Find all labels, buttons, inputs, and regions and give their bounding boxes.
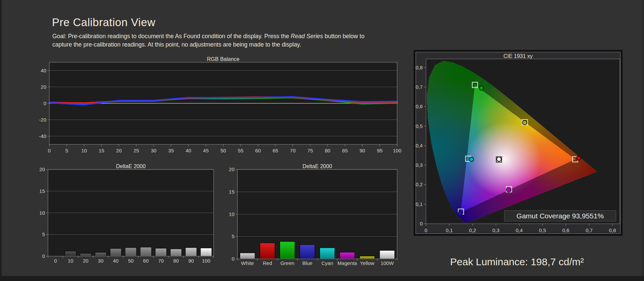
y-tick-label: 0 xyxy=(44,100,46,106)
bar-100W xyxy=(380,251,395,259)
bar-80 xyxy=(170,249,182,256)
x-tick-label: 30 xyxy=(151,148,157,153)
x-tick-label: 0,5 xyxy=(539,227,546,233)
x-tick-label: 0,3 xyxy=(492,227,499,233)
bar-100 xyxy=(201,248,212,256)
y-tick-label: 20 xyxy=(229,166,234,172)
x-category-label: Blue xyxy=(302,260,312,266)
x-tick-label: 90 xyxy=(360,148,365,153)
y-tick-label: 0,2 xyxy=(416,182,423,187)
x-category-label: 100W xyxy=(381,260,394,266)
goal-text-prefix: Goal: Pre-calibration readings to docume… xyxy=(52,33,291,40)
x-tick-label: 100 xyxy=(393,148,401,153)
x-category-label: 30 xyxy=(98,258,104,264)
measured-marker-green xyxy=(479,86,484,90)
peak-luminance-readout: Peak Luminance: 198,7 cd/m² xyxy=(450,256,625,268)
x-category-label: 80 xyxy=(173,258,179,264)
x-tick-label: 0,1 xyxy=(446,227,453,233)
x-category-label: Cyan xyxy=(321,260,333,266)
x-category-label: 20 xyxy=(83,258,89,264)
y-tick-label: 0 xyxy=(420,221,423,226)
y-tick-label: 10 xyxy=(229,211,234,217)
y-tick-label: 5 xyxy=(42,231,45,237)
x-tick-label: 35 xyxy=(168,148,174,153)
y-tick-label: 0,5 xyxy=(416,123,423,129)
y-tick-label: 0,1 xyxy=(416,201,423,207)
x-tick-label: 45 xyxy=(203,148,209,153)
x-tick-label: 10 xyxy=(81,148,87,153)
left-edge-strip xyxy=(0,0,2,281)
bar-40 xyxy=(110,249,121,256)
x-tick-label: 5 xyxy=(65,148,68,153)
bar-White xyxy=(240,253,255,259)
x-tick-label: 85 xyxy=(342,148,348,153)
x-tick-label: 0,7 xyxy=(586,227,593,233)
chart-svg: 00,10,20,30,40,50,60,70,800,10,20,30,40,… xyxy=(416,52,621,234)
y-tick-label: 0,6 xyxy=(416,103,423,109)
measured-marker-red xyxy=(577,156,581,160)
y-tick-label: 20 xyxy=(39,166,45,172)
x-tick-label: 75 xyxy=(307,148,313,153)
measured-marker-white xyxy=(497,157,501,161)
cie-1931-panel: CIE 1931 xy 00,10,20,30,40,50,60,70,800,… xyxy=(414,50,623,236)
x-category-label: 100 xyxy=(202,258,210,264)
bar-Green xyxy=(280,241,295,259)
bar-Red xyxy=(260,243,275,259)
bar-10 xyxy=(65,251,76,256)
measured-marker-blue xyxy=(458,211,463,216)
x-tick-label: 70 xyxy=(290,148,296,153)
x-category-label: 50 xyxy=(128,258,134,264)
bar-Blue xyxy=(300,244,315,259)
chart-svg: 40200-20-4005101520253035404550556065707… xyxy=(29,56,402,154)
x-tick-label: 95 xyxy=(377,148,383,153)
x-tick-label: 0 xyxy=(48,148,51,153)
bar-20 xyxy=(80,254,91,256)
measured-marker-magenta xyxy=(506,188,511,192)
x-category-label: 10 xyxy=(68,258,73,264)
x-category-label: Red xyxy=(263,260,272,266)
bar-50 xyxy=(125,248,137,256)
x-category-label: 60 xyxy=(143,258,149,264)
x-tick-label: 20 xyxy=(116,148,122,153)
x-tick-label: 0,8 xyxy=(609,227,616,233)
bar-Cyan xyxy=(320,248,335,259)
bar-Yellow xyxy=(360,256,375,259)
x-tick-label: 0,2 xyxy=(469,227,476,233)
pre-calibration-view: Pre Calibration View Goal: Pre-calibrati… xyxy=(0,0,644,281)
bottom-edge-strip xyxy=(0,276,644,281)
page-title: Pre Calibration View xyxy=(52,16,155,29)
goal-text-emphasis: Read Series xyxy=(291,33,323,40)
bar-30 xyxy=(95,252,106,256)
bar-Magenta xyxy=(340,252,355,259)
x-category-label: Magenta xyxy=(337,260,357,266)
x-tick-label: 60 xyxy=(255,148,261,153)
y-tick-label: 5 xyxy=(232,233,234,239)
deltae-grayscale-chart: DeltaE 2000 0510152001020304050607080901… xyxy=(29,163,220,264)
gamut-coverage-label: Gamut Coverage 93,9551% xyxy=(517,212,604,220)
y-tick-label: 0,3 xyxy=(416,162,423,168)
gamut-coverage-badge: Gamut Coverage 93,9551% xyxy=(504,210,616,221)
y-tick-label: 0 xyxy=(42,253,45,259)
x-category-label: 0 xyxy=(54,258,57,264)
bar-70 xyxy=(155,248,167,256)
y-tick-label: 15 xyxy=(39,188,45,194)
chart-svg: 05101520WhiteRedGreenBlueCyanMagentaYell… xyxy=(218,163,413,269)
x-tick-label: 40 xyxy=(185,148,191,153)
deltae-colors-chart: DeltaE 2000 05101520WhiteRedGreenBlueCya… xyxy=(218,163,413,269)
x-tick-label: 0,4 xyxy=(516,227,523,233)
x-category-label: Yellow xyxy=(360,260,374,266)
x-tick-label: 80 xyxy=(325,148,330,153)
y-tick-label: 0,7 xyxy=(416,84,423,90)
x-category-label: 40 xyxy=(113,258,119,264)
y-tick-label: 0 xyxy=(232,256,234,262)
x-tick-label: 0,6 xyxy=(562,227,570,233)
goal-text: Goal: Pre-calibration readings to docume… xyxy=(52,32,383,49)
cie-1931-chart: 00,10,20,30,40,50,60,70,800,10,20,30,40,… xyxy=(416,52,621,234)
y-tick-label: -40 xyxy=(39,133,46,139)
right-edge-strip xyxy=(642,0,644,281)
x-category-label: Green xyxy=(280,260,294,266)
x-tick-label: 0 xyxy=(425,227,427,233)
chart-svg: 051015200102030405060708090100 xyxy=(29,163,220,264)
x-category-label: White xyxy=(241,260,254,266)
x-tick-label: 65 xyxy=(273,148,278,153)
